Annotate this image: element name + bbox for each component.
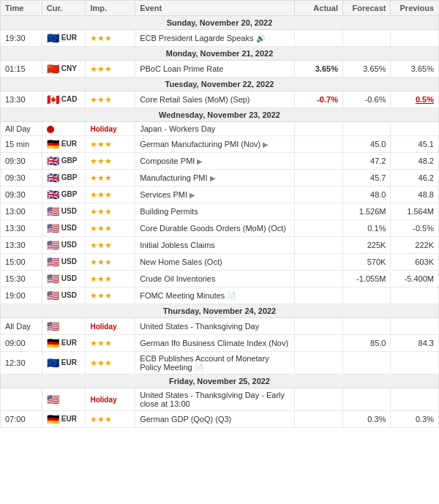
day-header-row: Sunday, November 20, 2022 — [1, 16, 439, 30]
col-header-time: Time — [1, 1, 42, 16]
cell-forecast — [342, 352, 390, 375]
table-row[interactable]: 09:00🇩🇪 EUR★★★German Ifo Business Climat… — [1, 335, 439, 352]
table-row[interactable]: 15 min🇩🇪 EUR★★★German Manufacturing PMI … — [1, 136, 439, 153]
table-row[interactable]: 07:00🇩🇪 EUR★★★German GDP (QoQ) (Q3)0.3%0… — [1, 411, 439, 428]
cell-previous: 0.5% — [391, 91, 439, 108]
event-name: Manufacturing PMI — [140, 173, 207, 182]
table-row[interactable]: 09:30🇬🇧 GBP★★★Services PMI ▶48.048.8 — [1, 187, 439, 203]
table-row[interactable]: 15:00🇺🇸 USD★★★New Home Sales (Oct)570K60… — [1, 254, 439, 271]
table-row[interactable]: 13:30🇺🇸 USD★★★Core Durable Goods Orders … — [1, 220, 439, 237]
table-row[interactable]: 13:30🇨🇦 CAD★★★Core Retail Sales (MoM) (S… — [1, 91, 439, 108]
cell-previous: 1.564M — [391, 203, 439, 220]
event-name: German Ifo Business Climate Index (Nov) — [140, 339, 288, 347]
cell-time: 13:00 — [1, 203, 42, 220]
event-name: Japan - Workers Day — [140, 124, 215, 133]
table-row[interactable]: 15:30🇺🇸 USD★★★Crude Oil Inventories-1.05… — [1, 271, 439, 287]
day-header-cell: Wednesday, November 23, 2022 — [1, 108, 439, 122]
cell-event: PBoC Loan Prime Rate — [135, 61, 295, 78]
cell-currency: 🇺🇸 USD — [42, 237, 86, 254]
cell-time: 09:30 — [1, 187, 42, 203]
cell-forecast: 45.0 — [342, 136, 390, 153]
actual-value: 3.65% — [315, 64, 338, 73]
cell-currency: 🇪🇺 EUR — [42, 30, 86, 47]
table-row[interactable]: 19:00🇺🇸 USD★★★FOMC Meeting Minutes 📄 — [1, 287, 439, 304]
cell-importance: ★★★ — [86, 170, 135, 187]
cell-forecast: -0.6% — [342, 91, 390, 108]
currency-label: CAD — [61, 95, 78, 103]
cell-event: Building Permits — [135, 203, 295, 220]
cell-forecast — [342, 388, 390, 411]
cell-time: 13:30 — [1, 91, 42, 108]
cell-forecast: 3.65% — [342, 61, 390, 78]
cell-time: 19:00 — [1, 287, 42, 304]
cell-event: United States - Thanksgiving Day - Early… — [135, 388, 295, 411]
table-row[interactable]: 09:30🇬🇧 GBP★★★Manufacturing PMI ▶45.746.… — [1, 170, 439, 187]
event-name: German Manufacturing PMI (Nov) — [140, 140, 260, 148]
cell-importance: ★★★ — [86, 30, 135, 47]
cell-event: German Manufacturing PMI (Nov) ▶ — [135, 136, 295, 153]
table-row[interactable]: All DayHolidayJapan - Workers Day — [1, 122, 439, 136]
table-row[interactable]: 12:30🇪🇺 EUR★★★ECB Publishes Account of M… — [1, 352, 439, 375]
table-row[interactable]: 🇺🇸HolidayUnited States - Thanksgiving Da… — [1, 388, 439, 411]
cell-currency: 🇨🇳 CNY — [42, 61, 86, 78]
cell-event: Core Durable Goods Orders (MoM) (Oct) — [135, 220, 295, 237]
table-row[interactable]: 13:00🇺🇸 USD★★★Building Permits1.526M1.56… — [1, 203, 439, 220]
cell-previous — [391, 122, 439, 136]
cell-forecast: 570K — [342, 254, 390, 271]
cell-event: United States - Thanksgiving Day — [135, 318, 295, 335]
table-row[interactable]: 19:30🇪🇺 EUR★★★ECB President Lagarde Spea… — [1, 30, 439, 47]
cell-event: Manufacturing PMI ▶ — [135, 170, 295, 187]
event-name: PBoC Loan Prime Rate — [140, 64, 223, 73]
currency-label: USD — [61, 207, 77, 215]
cell-importance: ★★★ — [86, 335, 135, 352]
revision-icon: ▶ — [190, 191, 195, 199]
cell-importance: ★★★ — [86, 61, 135, 78]
cell-event: ECB Publishes Account of Monetary Policy… — [135, 352, 295, 375]
cell-actual — [295, 388, 342, 411]
cell-currency: 🇨🇦 CAD — [42, 91, 86, 108]
cell-actual — [295, 203, 342, 220]
cell-time: All Day — [1, 122, 42, 136]
cell-time: 19:30 — [1, 30, 42, 47]
cell-actual — [295, 335, 342, 352]
cell-previous — [391, 30, 439, 47]
cell-previous: 222K — [391, 237, 439, 254]
actual-value: -0.7% — [317, 95, 338, 104]
col-header-event: Event — [135, 1, 295, 16]
currency-label: EUR — [61, 415, 77, 423]
cell-event: FOMC Meeting Minutes 📄 — [135, 287, 295, 304]
cell-previous: 603K — [391, 254, 439, 271]
table-row[interactable]: 13:30🇺🇸 USD★★★Initial Jobless Claims225K… — [1, 237, 439, 254]
cell-importance: Holiday — [86, 318, 135, 335]
cell-previous: 84.3 — [391, 335, 439, 352]
table-row[interactable]: 09:30🇬🇧 GBP★★★Composite PMI ▶47.248.2 — [1, 153, 439, 170]
cell-time — [1, 388, 42, 411]
cell-importance: ★★★ — [86, 237, 135, 254]
cell-previous: 3.65% — [391, 61, 439, 78]
holiday-label: Holiday — [90, 125, 116, 133]
previous-value: 0.5% — [416, 95, 434, 104]
currency-label: USD — [61, 274, 77, 282]
cell-forecast — [342, 287, 390, 304]
cell-actual — [295, 254, 342, 271]
table-row[interactable]: 01:15🇨🇳 CNY★★★PBoC Loan Prime Rate3.65%3… — [1, 61, 439, 78]
cell-forecast — [342, 318, 390, 335]
cell-forecast — [342, 122, 390, 136]
holiday-label: Holiday — [90, 323, 116, 331]
cell-time: 01:15 — [1, 61, 42, 78]
cell-event: ECB President Lagarde Speaks 🔊 — [135, 30, 295, 47]
cell-event: German GDP (QoQ) (Q3) — [135, 411, 295, 428]
cell-time: 15:00 — [1, 254, 42, 271]
cell-importance: Holiday — [86, 388, 135, 411]
table-row[interactable]: All Day🇺🇸HolidayUnited States - Thanksgi… — [1, 318, 439, 335]
cell-importance: ★★★ — [86, 136, 135, 153]
cell-importance: ★★★ — [86, 287, 135, 304]
cell-currency: 🇩🇪 EUR — [42, 411, 86, 428]
cell-previous: -0.5% — [391, 220, 439, 237]
cell-forecast: 45.7 — [342, 170, 390, 187]
col-header-actual: Actual — [295, 1, 342, 16]
cell-actual — [295, 411, 342, 428]
event-name: United States - Thanksgiving Day — [140, 322, 259, 331]
cell-actual — [295, 136, 342, 153]
day-header-cell: Tuesday, November 22, 2022 — [1, 78, 439, 91]
